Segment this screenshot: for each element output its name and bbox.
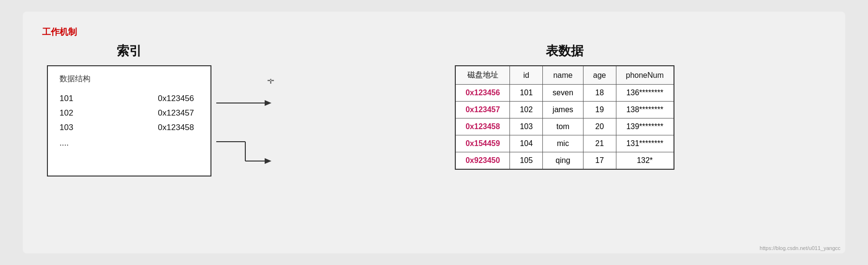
cell-name-2: tom xyxy=(543,118,584,135)
cell-id-0: 101 xyxy=(510,85,543,102)
cell-phone-0: 136******** xyxy=(616,85,674,102)
table-header-row: 磁盘地址 id name age phoneNum xyxy=(455,66,674,85)
connector-area: ✛ xyxy=(216,79,303,197)
index-key-2: 103 xyxy=(60,123,89,132)
svg-text:✛: ✛ xyxy=(267,79,274,86)
work-mechanism-title: 工作机制 xyxy=(42,26,826,38)
table-row: 0x123457 102 james 19 138******** xyxy=(455,102,674,118)
cell-age-4: 17 xyxy=(583,152,616,170)
index-key-0: 101 xyxy=(60,94,89,103)
main-container: 工作机制 索引 数据结构 101 0x123456 102 0x123457 1… xyxy=(23,12,845,253)
disk-addr-4: 0x923450 xyxy=(455,152,510,170)
index-val-1: 0x123457 xyxy=(158,108,194,118)
watermark: https://blog.csdn.net/u011_yangcc xyxy=(760,245,840,251)
cell-name-1: james xyxy=(543,102,584,118)
cell-phone-3: 131******** xyxy=(616,135,674,152)
table-row: 0x123458 103 tom 20 139******** xyxy=(455,118,674,135)
cell-phone-4: 132* xyxy=(616,152,674,170)
diagram-wrapper: 索引 数据结构 101 0x123456 102 0x123457 103 0x… xyxy=(42,43,826,197)
cell-id-4: 105 xyxy=(510,152,543,170)
disk-addr-2: 0x123458 xyxy=(455,118,510,135)
cell-name-3: mic xyxy=(543,135,584,152)
cell-name-4: qing xyxy=(543,152,584,170)
cell-phone-2: 139******** xyxy=(616,118,674,135)
index-val-0: 0x123456 xyxy=(158,94,194,103)
disk-addr-1: 0x123457 xyxy=(455,102,510,118)
col-header-id: id xyxy=(510,66,543,85)
col-header-disk: 磁盘地址 xyxy=(455,66,510,85)
disk-addr-3: 0x154459 xyxy=(455,135,510,152)
data-table: 磁盘地址 id name age phoneNum 0x123456 101 s… xyxy=(455,65,674,170)
index-section: 索引 数据结构 101 0x123456 102 0x123457 103 0x… xyxy=(42,43,216,177)
table-section: 表数据 磁盘地址 id name age phoneNum 0x123456 1… xyxy=(303,43,826,170)
cell-age-2: 20 xyxy=(583,118,616,135)
svg-marker-1 xyxy=(265,100,271,106)
cell-age-3: 21 xyxy=(583,135,616,152)
index-row: 101 0x123456 xyxy=(60,94,199,103)
col-header-phonenum: phoneNum xyxy=(616,66,674,85)
svg-marker-5 xyxy=(265,158,271,164)
cell-name-0: seven xyxy=(543,85,584,102)
col-header-age: age xyxy=(583,66,616,85)
index-title: 索引 xyxy=(117,43,142,59)
index-val-2: 0x123458 xyxy=(158,123,194,132)
table-row: 0x923450 105 qing 17 132* xyxy=(455,152,674,170)
connector-svg: ✛ xyxy=(216,79,303,195)
cell-id-1: 102 xyxy=(510,102,543,118)
cell-age-0: 18 xyxy=(583,85,616,102)
cell-id-2: 103 xyxy=(510,118,543,135)
index-key-1: 102 xyxy=(60,108,89,118)
cell-age-1: 19 xyxy=(583,102,616,118)
index-row: 102 0x123457 xyxy=(60,108,199,118)
table-row: 0x154459 104 mic 21 131******** xyxy=(455,135,674,152)
cell-id-3: 104 xyxy=(510,135,543,152)
index-header: 数据结构 xyxy=(60,74,199,84)
table-row: 0x123456 101 seven 18 136******** xyxy=(455,85,674,102)
index-row: 103 0x123458 xyxy=(60,123,199,132)
table-title: 表数据 xyxy=(546,43,584,59)
index-box: 数据结构 101 0x123456 102 0x123457 103 0x123… xyxy=(47,65,211,177)
disk-addr-0: 0x123456 xyxy=(455,85,510,102)
cell-phone-1: 138******** xyxy=(616,102,674,118)
index-dots: .... xyxy=(60,138,199,148)
col-header-name: name xyxy=(543,66,584,85)
